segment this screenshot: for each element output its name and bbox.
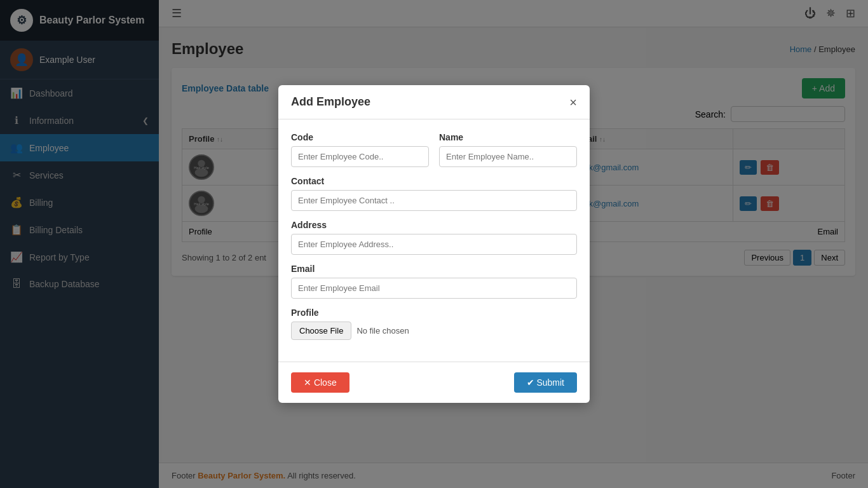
form-group-email: Email: [291, 264, 577, 299]
address-label: Address: [291, 220, 577, 230]
modal-header: Add Employee ×: [278, 85, 590, 119]
form-group-code: Code: [291, 132, 429, 167]
email-label: Email: [291, 264, 577, 274]
form-group-name: Name: [439, 132, 577, 167]
modal-body: Code Name Contact Address Email: [278, 119, 590, 362]
name-label: Name: [439, 132, 577, 142]
close-modal-button[interactable]: ✕ Close: [291, 372, 349, 393]
profile-label: Profile: [291, 308, 577, 318]
modal-overlay[interactable]: Add Employee × Code Name Contact Address: [0, 0, 868, 488]
contact-label: Contact: [291, 176, 577, 186]
name-input[interactable]: [439, 146, 577, 167]
choose-file-button[interactable]: Choose File: [291, 322, 351, 340]
code-label: Code: [291, 132, 429, 142]
form-group-address: Address: [291, 220, 577, 255]
add-employee-modal: Add Employee × Code Name Contact Address: [278, 85, 590, 403]
address-input[interactable]: [291, 234, 577, 255]
modal-title: Add Employee: [291, 95, 370, 109]
form-group-profile: Profile Choose File No file chosen: [291, 308, 577, 340]
modal-footer: ✕ Close ✔ Submit: [278, 362, 590, 403]
no-file-label: No file chosen: [356, 326, 409, 336]
form-row-code-name: Code Name: [291, 132, 577, 167]
contact-input[interactable]: [291, 190, 577, 211]
submit-button[interactable]: ✔ Submit: [514, 372, 577, 393]
file-input-wrapper: Choose File No file chosen: [291, 322, 577, 340]
modal-close-button[interactable]: ×: [569, 96, 577, 109]
email-input[interactable]: [291, 278, 577, 299]
form-group-contact: Contact: [291, 176, 577, 211]
code-input[interactable]: [291, 146, 429, 167]
